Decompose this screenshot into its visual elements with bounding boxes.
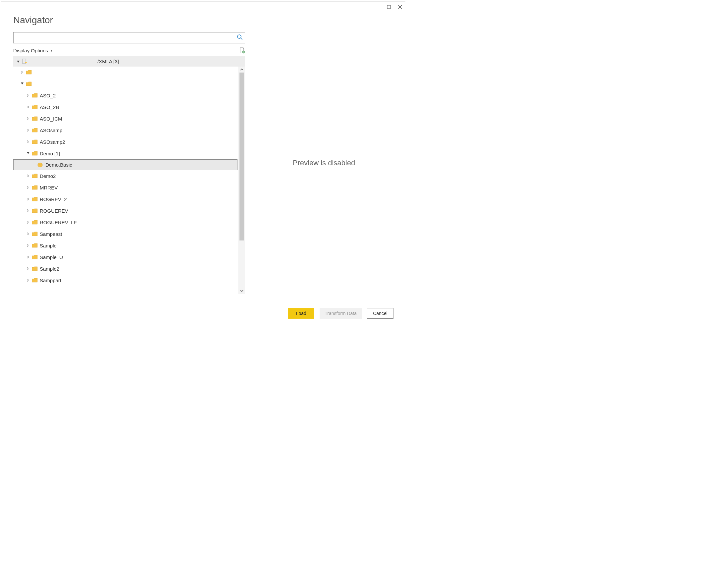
chevron-down-icon: ▾: [51, 49, 52, 52]
svg-marker-23: [27, 244, 29, 247]
search-box[interactable]: [13, 32, 245, 43]
cancel-button[interactable]: Cancel: [367, 308, 393, 319]
folder-icon: [32, 105, 38, 110]
transform-data-button[interactable]: Transform Data: [320, 308, 362, 319]
svg-marker-21: [27, 221, 29, 224]
tree-node[interactable]: MRREV: [13, 182, 237, 194]
chevron-down-icon: [240, 289, 243, 292]
svg-marker-11: [27, 94, 29, 97]
tree-node[interactable]: ROGUEREV_LF: [13, 217, 237, 228]
tree-node-label: Sample: [40, 243, 57, 248]
tree-node-label: Sample_U: [40, 254, 63, 260]
close-button[interactable]: [397, 4, 403, 9]
expander-closed-icon[interactable]: [26, 244, 30, 248]
folder-icon: [32, 174, 38, 179]
expander-closed-icon[interactable]: [26, 197, 30, 201]
svg-marker-15: [27, 141, 29, 143]
expander-open-icon[interactable]: [17, 59, 20, 64]
expander-open-icon[interactable]: [26, 152, 30, 155]
tree-node[interactable]: ASO_2B: [13, 101, 237, 113]
expander-closed-icon[interactable]: [26, 186, 30, 190]
load-button[interactable]: Load: [288, 308, 314, 319]
folder-icon: [32, 93, 38, 98]
tree-node[interactable]: Samppart: [13, 275, 237, 286]
tree-node[interactable]: ASOsamp: [13, 125, 237, 136]
tree-node[interactable]: Sample_U: [13, 251, 237, 263]
connection-icon: [22, 59, 27, 64]
scroll-up-button[interactable]: [239, 67, 245, 73]
tree-node[interactable]: [13, 78, 237, 90]
search-icon: [237, 34, 243, 42]
chevron-up-icon: [240, 68, 243, 71]
search-input[interactable]: [16, 35, 237, 41]
expander-closed-icon[interactable]: [26, 255, 30, 259]
expander-closed-icon[interactable]: [26, 267, 30, 271]
svg-rect-0: [387, 5, 390, 8]
svg-marker-18: [27, 186, 29, 189]
expander-closed-icon[interactable]: [21, 71, 24, 74]
svg-marker-14: [27, 129, 29, 131]
expander-closed-icon[interactable]: [26, 174, 30, 178]
folder-icon: [26, 70, 32, 75]
svg-marker-10: [21, 82, 24, 84]
tree-node[interactable]: [13, 67, 237, 78]
svg-point-3: [237, 35, 241, 39]
tree-node[interactable]: ASO_ICM: [13, 113, 237, 125]
expander-closed-icon[interactable]: [26, 140, 30, 144]
folder-icon: [26, 81, 32, 87]
tree-node[interactable]: Sample2: [13, 263, 237, 275]
tree-node-label: Sample2: [40, 266, 59, 272]
scroll-down-button[interactable]: [239, 288, 245, 294]
svg-marker-26: [27, 279, 29, 282]
footer: Load Transform Data Cancel: [1, 303, 406, 323]
tree-node[interactable]: Demo [1]: [13, 148, 237, 159]
folder-icon: [32, 208, 38, 213]
tree-root-node[interactable]: /XMLA [3]: [13, 56, 245, 67]
tree-node[interactable]: Sample: [13, 240, 237, 251]
tree-node-label: ASO_2: [40, 93, 56, 98]
tree-node-label: ROGUEREV_LF: [40, 220, 77, 225]
tree-node-label: ASO_ICM: [40, 116, 62, 122]
scrollbar-track[interactable]: [239, 73, 245, 288]
expander-open-icon[interactable]: [21, 82, 24, 86]
folder-icon: [32, 151, 38, 156]
tree-node-label: MRREV: [40, 185, 58, 191]
expander-closed-icon[interactable]: [26, 221, 30, 224]
maximize-button[interactable]: [386, 4, 391, 9]
folder-icon: [32, 243, 38, 248]
tree-node[interactable]: ROGREV_2: [13, 194, 237, 205]
tree-node[interactable]: Sampeast: [13, 228, 237, 240]
tree-node[interactable]: ASOsamp2: [13, 136, 237, 148]
preview-message: Preview is disabled: [293, 159, 355, 167]
display-options-dropdown[interactable]: Display Options ▾: [13, 48, 52, 53]
scrollbar-thumb[interactable]: [239, 73, 244, 241]
expander-closed-icon[interactable]: [26, 279, 30, 282]
folder-icon: [32, 197, 38, 202]
expander-closed-icon[interactable]: [26, 209, 30, 213]
refresh-button[interactable]: [239, 47, 245, 54]
tree-node-label: ASOsamp2: [40, 139, 65, 145]
tree-scrollbar[interactable]: [238, 67, 245, 294]
expander-closed-icon[interactable]: [26, 94, 30, 97]
cube-icon: [37, 162, 43, 168]
refresh-icon: [239, 47, 245, 54]
tree-node[interactable]: Demo.Basic: [13, 159, 237, 170]
svg-marker-12: [27, 106, 29, 108]
svg-marker-16: [27, 152, 29, 154]
tree-node-label: ASO_2B: [40, 104, 59, 110]
tree-node-label: ROGREV_2: [40, 197, 67, 202]
tree-node[interactable]: Demo2: [13, 170, 237, 182]
expander-closed-icon[interactable]: [26, 232, 30, 236]
svg-marker-25: [27, 267, 29, 270]
svg-marker-22: [27, 232, 29, 235]
expander-closed-icon[interactable]: [26, 117, 30, 121]
folder-icon: [32, 220, 38, 225]
expander-closed-icon[interactable]: [26, 128, 30, 132]
expander-closed-icon[interactable]: [26, 105, 30, 109]
maximize-icon: [387, 5, 391, 9]
titlebar: [1, 2, 406, 12]
tree-node-label: ASOsamp: [40, 128, 62, 133]
tree-node[interactable]: ASO_2: [13, 90, 237, 101]
tree-node[interactable]: ROGUEREV: [13, 205, 237, 217]
tree-node-label: Demo.Basic: [45, 162, 72, 168]
